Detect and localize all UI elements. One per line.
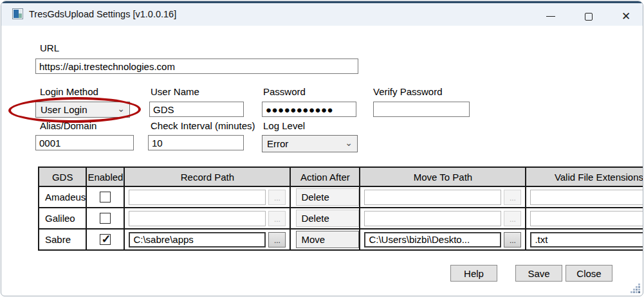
maximize-icon <box>585 13 593 21</box>
gds-name-cell: Sabre <box>39 229 86 250</box>
col-header-enabled: Enabled <box>86 167 124 186</box>
action-after-select[interactable]: Delete ⌄ <box>296 188 359 206</box>
move-to-path-input[interactable] <box>364 211 501 226</box>
verify-password-input[interactable] <box>373 102 470 117</box>
col-header-move-to-path: Move To Path <box>360 167 526 186</box>
col-header-action-after: Action After <box>290 167 360 186</box>
log-level-value: Error <box>267 138 288 149</box>
resize-grip[interactable] <box>630 284 641 294</box>
record-path-input[interactable] <box>129 190 266 205</box>
app-icon <box>12 8 23 19</box>
check-interval-label: Check Interval (minutes) <box>151 120 255 131</box>
valid-extensions-input[interactable] <box>530 211 643 226</box>
action-after-value: Move <box>301 234 325 245</box>
move-to-path-browse-button[interactable]: ... <box>504 190 521 205</box>
enabled-checkbox[interactable] <box>100 234 111 245</box>
minimize-button[interactable] <box>536 5 566 28</box>
password-input[interactable] <box>262 102 356 117</box>
record-path-browse-button[interactable]: ... <box>268 211 286 226</box>
log-level-label: Log Level <box>263 120 305 131</box>
chevron-down-icon: ⌄ <box>345 138 353 147</box>
action-after-value: Delete <box>301 192 329 203</box>
window-title: TresGdsUpload Settings [v1.0.0.16] <box>29 9 176 19</box>
chevron-down-icon: ⌄ <box>117 104 125 113</box>
close-button[interactable]: Close <box>566 265 612 282</box>
minimize-icon <box>546 16 555 17</box>
save-button[interactable]: Save <box>515 265 562 282</box>
check-interval-input[interactable] <box>148 135 244 150</box>
table-row-sabre: Sabre ... Move ⌄ ... <box>39 229 643 250</box>
enabled-checkbox[interactable] <box>100 192 111 203</box>
verify-password-label: Verify Password <box>373 86 443 97</box>
move-to-path-browse-button[interactable]: ... <box>504 232 521 248</box>
col-header-valid-extensions: Valid File Extensions <box>526 167 643 186</box>
enabled-checkbox[interactable] <box>100 213 111 224</box>
user-name-input[interactable] <box>149 102 244 117</box>
record-path-input[interactable] <box>129 232 266 248</box>
settings-window: TresGdsUpload Settings [v1.0.0.16] ✕ URL… <box>1 1 643 296</box>
move-to-path-input[interactable] <box>364 232 501 248</box>
alias-domain-label: Alias/Domain <box>40 120 97 131</box>
help-button[interactable]: Help <box>450 265 497 282</box>
action-after-select[interactable]: Move ⌄ <box>296 231 359 248</box>
action-after-value: Delete <box>301 213 329 224</box>
record-path-browse-button[interactable]: ... <box>268 232 286 248</box>
gds-name-cell: Galileo <box>39 208 86 229</box>
record-path-browse-button[interactable]: ... <box>268 190 286 205</box>
table-row-amadeus: Amadeus ... Delete ⌄ ... <box>39 186 643 208</box>
alias-domain-input[interactable] <box>35 135 134 150</box>
close-icon: ✕ <box>621 11 630 22</box>
login-method-label: Login Method <box>40 86 98 97</box>
table-header-row: GDS Enabled Record Path Action After Mov… <box>39 167 643 186</box>
maximize-button[interactable] <box>574 5 603 28</box>
login-method-value: User Login <box>41 104 87 115</box>
login-method-select[interactable]: User Login ⌄ <box>35 102 130 118</box>
action-after-select[interactable]: Delete ⌄ <box>296 210 359 227</box>
gds-table: GDS Enabled Record Path Action After Mov… <box>38 166 643 251</box>
title-bar[interactable]: TresGdsUpload Settings [v1.0.0.16] ✕ <box>1 3 643 26</box>
close-window-button[interactable]: ✕ <box>611 5 641 28</box>
password-label: Password <box>263 86 306 97</box>
url-input[interactable] <box>35 59 358 74</box>
url-label: URL <box>40 42 59 53</box>
record-path-input[interactable] <box>129 211 266 226</box>
valid-extensions-input[interactable] <box>530 190 643 205</box>
col-header-record-path: Record Path <box>124 167 290 186</box>
user-name-label: User Name <box>151 86 199 97</box>
move-to-path-input[interactable] <box>364 190 501 205</box>
col-header-gds: GDS <box>39 167 86 186</box>
gds-name-cell: Amadeus <box>39 186 86 208</box>
valid-extensions-input[interactable] <box>530 232 643 248</box>
log-level-select[interactable]: Error ⌄ <box>262 135 358 152</box>
move-to-path-browse-button[interactable]: ... <box>504 211 521 226</box>
table-row-galileo: Galileo ... Delete ⌄ ... <box>39 208 643 229</box>
